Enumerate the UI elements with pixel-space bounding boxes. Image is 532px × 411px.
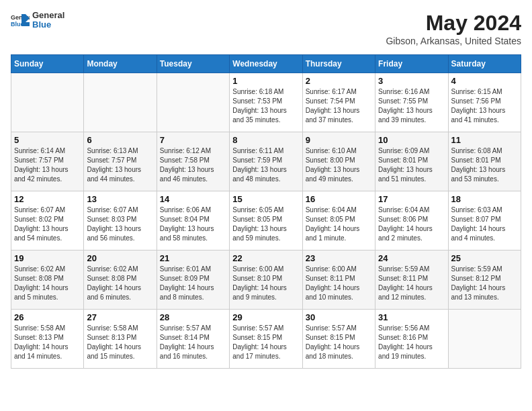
- location: Gibson, Arkansas, United States: [386, 36, 521, 46]
- col-thursday: Thursday: [302, 55, 375, 73]
- days-of-week-row: Sunday Monday Tuesday Wednesday Thursday…: [11, 55, 521, 73]
- calendar-header: Sunday Monday Tuesday Wednesday Thursday…: [11, 55, 521, 73]
- day-number: 12: [14, 194, 81, 204]
- calendar-cell: 27Sunrise: 5:58 AMSunset: 8:13 PMDayligh…: [84, 310, 157, 369]
- calendar-cell: 18Sunrise: 6:03 AMSunset: 8:07 PMDayligh…: [448, 191, 521, 250]
- day-number: 17: [378, 194, 445, 204]
- calendar-cell: 19Sunrise: 6:02 AMSunset: 8:08 PMDayligh…: [11, 250, 84, 310]
- calendar-week-1: 1Sunrise: 6:18 AMSunset: 7:53 PMDaylight…: [11, 73, 521, 132]
- day-number: 31: [378, 312, 445, 322]
- calendar-cell: 10Sunrise: 6:09 AMSunset: 8:01 PMDayligh…: [375, 132, 448, 191]
- calendar-cell: 26Sunrise: 5:58 AMSunset: 8:13 PMDayligh…: [11, 310, 84, 369]
- calendar-cell: 2Sunrise: 6:17 AMSunset: 7:54 PMDaylight…: [302, 73, 375, 132]
- month-year: May 2024: [386, 11, 521, 36]
- calendar-cell: [11, 73, 84, 132]
- calendar-table: Sunday Monday Tuesday Wednesday Thursday…: [11, 54, 521, 369]
- calendar-cell: 28Sunrise: 5:57 AMSunset: 8:14 PMDayligh…: [157, 310, 229, 369]
- day-number: 28: [160, 312, 226, 322]
- calendar-cell: [448, 310, 521, 369]
- day-info: Sunrise: 5:57 AMSunset: 8:15 PMDaylight:…: [306, 324, 372, 361]
- col-sunday: Sunday: [11, 55, 84, 73]
- calendar-cell: 20Sunrise: 6:02 AMSunset: 8:08 PMDayligh…: [84, 250, 157, 310]
- day-info: Sunrise: 5:58 AMSunset: 8:13 PMDaylight:…: [87, 324, 153, 361]
- col-monday: Monday: [84, 55, 157, 73]
- calendar-cell: 15Sunrise: 6:05 AMSunset: 8:05 PMDayligh…: [230, 191, 302, 250]
- day-number: 3: [378, 76, 445, 86]
- day-number: 4: [451, 76, 518, 86]
- day-number: 26: [14, 312, 81, 322]
- day-number: 10: [378, 135, 445, 145]
- day-number: 19: [14, 253, 81, 263]
- calendar-cell: 25Sunrise: 5:59 AMSunset: 8:12 PMDayligh…: [448, 250, 521, 310]
- day-number: 1: [232, 76, 299, 86]
- day-info: Sunrise: 6:00 AMSunset: 8:11 PMDaylight:…: [306, 265, 372, 302]
- day-number: 8: [232, 135, 299, 145]
- day-number: 27: [87, 312, 153, 322]
- col-wednesday: Wednesday: [230, 55, 302, 73]
- calendar-cell: 3Sunrise: 6:16 AMSunset: 7:55 PMDaylight…: [375, 73, 448, 132]
- day-number: 18: [451, 194, 518, 204]
- day-info: Sunrise: 6:01 AMSunset: 8:09 PMDaylight:…: [160, 265, 226, 302]
- day-number: 21: [160, 253, 226, 263]
- day-number: 13: [87, 194, 153, 204]
- day-info: Sunrise: 6:02 AMSunset: 8:08 PMDaylight:…: [87, 265, 153, 302]
- day-info: Sunrise: 6:07 AMSunset: 8:03 PMDaylight:…: [87, 205, 153, 243]
- day-number: 7: [160, 135, 226, 145]
- day-info: Sunrise: 6:06 AMSunset: 8:04 PMDaylight:…: [160, 205, 226, 243]
- calendar-cell: 21Sunrise: 6:01 AMSunset: 8:09 PMDayligh…: [157, 250, 229, 310]
- calendar-cell: 24Sunrise: 5:59 AMSunset: 8:11 PMDayligh…: [375, 250, 448, 310]
- title-area: May 2024 Gibson, Arkansas, United States: [386, 11, 521, 46]
- day-number: 20: [87, 253, 153, 263]
- calendar-cell: 31Sunrise: 5:56 AMSunset: 8:16 PMDayligh…: [375, 310, 448, 369]
- day-number: 14: [160, 194, 226, 204]
- calendar-cell: 29Sunrise: 5:57 AMSunset: 8:15 PMDayligh…: [230, 310, 302, 369]
- calendar-week-5: 26Sunrise: 5:58 AMSunset: 8:13 PMDayligh…: [11, 310, 521, 369]
- day-info: Sunrise: 6:14 AMSunset: 7:57 PMDaylight:…: [14, 146, 81, 184]
- day-info: Sunrise: 6:15 AMSunset: 7:56 PMDaylight:…: [451, 87, 518, 125]
- calendar-cell: 13Sunrise: 6:07 AMSunset: 8:03 PMDayligh…: [84, 191, 157, 250]
- day-info: Sunrise: 6:17 AMSunset: 7:54 PMDaylight:…: [306, 87, 372, 125]
- calendar-cell: 7Sunrise: 6:12 AMSunset: 7:58 PMDaylight…: [157, 132, 229, 191]
- calendar-cell: 1Sunrise: 6:18 AMSunset: 7:53 PMDaylight…: [230, 73, 302, 132]
- calendar-cell: 30Sunrise: 5:57 AMSunset: 8:15 PMDayligh…: [302, 310, 375, 369]
- calendar-cell: 9Sunrise: 6:10 AMSunset: 8:00 PMDaylight…: [302, 132, 375, 191]
- day-info: Sunrise: 6:04 AMSunset: 8:05 PMDaylight:…: [306, 205, 372, 243]
- day-number: 16: [306, 194, 372, 204]
- calendar-cell: 17Sunrise: 6:04 AMSunset: 8:06 PMDayligh…: [375, 191, 448, 250]
- day-number: 25: [451, 253, 518, 263]
- day-info: Sunrise: 5:59 AMSunset: 8:12 PMDaylight:…: [451, 265, 518, 302]
- day-info: Sunrise: 6:11 AMSunset: 7:59 PMDaylight:…: [232, 146, 299, 184]
- calendar-cell: 22Sunrise: 6:00 AMSunset: 8:10 PMDayligh…: [230, 250, 302, 310]
- day-info: Sunrise: 6:05 AMSunset: 8:05 PMDaylight:…: [232, 205, 299, 243]
- col-saturday: Saturday: [448, 55, 521, 73]
- day-number: 22: [232, 253, 299, 263]
- logo-blue-text: Blue: [32, 20, 64, 30]
- calendar-cell: [84, 73, 157, 132]
- day-info: Sunrise: 6:12 AMSunset: 7:58 PMDaylight:…: [160, 146, 226, 184]
- day-info: Sunrise: 6:16 AMSunset: 7:55 PMDaylight:…: [378, 87, 445, 125]
- day-number: 11: [451, 135, 518, 145]
- day-info: Sunrise: 6:02 AMSunset: 8:08 PMDaylight:…: [14, 265, 81, 302]
- calendar-cell: 6Sunrise: 6:13 AMSunset: 7:57 PMDaylight…: [84, 132, 157, 191]
- calendar-cell: 5Sunrise: 6:14 AMSunset: 7:57 PMDaylight…: [11, 132, 84, 191]
- day-info: Sunrise: 5:57 AMSunset: 8:15 PMDaylight:…: [232, 324, 299, 361]
- day-number: 2: [306, 76, 372, 86]
- calendar-cell: 16Sunrise: 6:04 AMSunset: 8:05 PMDayligh…: [302, 191, 375, 250]
- day-info: Sunrise: 6:09 AMSunset: 8:01 PMDaylight:…: [378, 146, 445, 184]
- day-number: 23: [306, 253, 372, 263]
- day-info: Sunrise: 5:59 AMSunset: 8:11 PMDaylight:…: [378, 265, 445, 302]
- col-tuesday: Tuesday: [157, 55, 229, 73]
- day-info: Sunrise: 6:00 AMSunset: 8:10 PMDaylight:…: [232, 265, 299, 302]
- day-info: Sunrise: 6:10 AMSunset: 8:00 PMDaylight:…: [306, 146, 372, 184]
- day-info: Sunrise: 6:13 AMSunset: 7:57 PMDaylight:…: [87, 146, 153, 184]
- day-info: Sunrise: 6:08 AMSunset: 8:01 PMDaylight:…: [451, 146, 518, 184]
- logo: General Blue General Blue: [11, 11, 64, 30]
- day-info: Sunrise: 6:04 AMSunset: 8:06 PMDaylight:…: [378, 205, 445, 243]
- day-info: Sunrise: 5:57 AMSunset: 8:14 PMDaylight:…: [160, 324, 226, 361]
- day-info: Sunrise: 6:18 AMSunset: 7:53 PMDaylight:…: [232, 87, 299, 125]
- calendar-week-3: 12Sunrise: 6:07 AMSunset: 8:02 PMDayligh…: [11, 191, 521, 250]
- day-number: 9: [306, 135, 372, 145]
- day-info: Sunrise: 5:56 AMSunset: 8:16 PMDaylight:…: [378, 324, 445, 361]
- day-number: 5: [14, 135, 81, 145]
- day-number: 24: [378, 253, 445, 263]
